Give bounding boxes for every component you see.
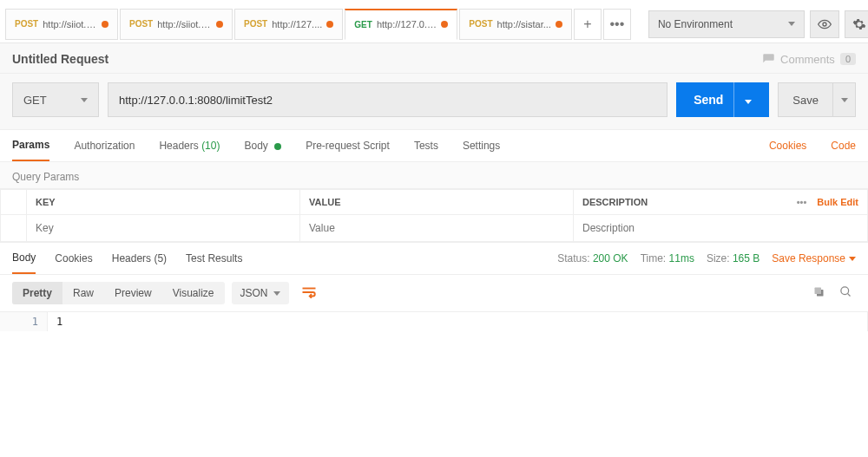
view-visualize[interactable]: Visualize — [162, 282, 225, 304]
svg-rect-3 — [815, 288, 822, 295]
tab-body[interactable]: Body — [244, 140, 281, 160]
environment-preview-button[interactable] — [810, 10, 839, 38]
copy-icon — [812, 285, 825, 298]
save-group: Save — [778, 82, 856, 117]
request-tab-active[interactable]: GET http://127.0.0... — [345, 9, 457, 40]
new-tab-button[interactable]: + — [574, 9, 602, 40]
format-select[interactable]: JSON — [232, 282, 289, 304]
chevron-down-icon — [273, 291, 280, 296]
tab-method: POST — [15, 19, 38, 29]
code-link[interactable]: Code — [831, 140, 856, 160]
tab-settings[interactable]: Settings — [463, 140, 500, 160]
table-row — [1, 215, 868, 242]
line-number: 1 — [0, 312, 48, 331]
tab-method: POST — [469, 19, 492, 29]
time-meta: Time: 11ms — [641, 252, 694, 264]
unsaved-dot-icon — [102, 21, 108, 28]
method-select[interactable]: GET — [12, 82, 99, 117]
view-raw[interactable]: Raw — [62, 282, 104, 304]
request-tab[interactable]: POST http://sistar... — [459, 9, 572, 40]
unsaved-dot-icon — [216, 21, 223, 28]
tab-url: http://127.0.0... — [377, 19, 437, 29]
resp-tab-tests[interactable]: Test Results — [186, 244, 242, 273]
tab-params[interactable]: Params — [12, 139, 49, 161]
col-value: VALUE — [300, 190, 574, 215]
tab-authorization[interactable]: Authorization — [74, 140, 135, 160]
col-description-label: DESCRIPTION — [582, 197, 648, 207]
save-button[interactable]: Save — [778, 82, 833, 117]
url-input[interactable] — [108, 82, 667, 117]
request-tab[interactable]: POST http://siiot.e... — [5, 9, 118, 40]
chevron-down-icon — [849, 257, 856, 261]
tab-tests[interactable]: Tests — [414, 140, 438, 160]
status-meta: Status: 200 OK — [557, 252, 628, 264]
query-params-table: KEY VALUE DESCRIPTION ••• Bulk Edit — [0, 189, 868, 242]
tab-url: http://127.... — [272, 19, 322, 29]
tab-method: POST — [129, 19, 153, 29]
unsaved-dot-icon — [441, 21, 448, 28]
description-input[interactable] — [582, 222, 858, 234]
search-icon — [839, 285, 852, 298]
response-toolbar: Pretty Raw Preview Visualize JSON — [0, 275, 868, 312]
environment-selected: No Environment — [658, 18, 733, 30]
query-params-heading: Query Params — [0, 162, 868, 189]
svg-point-4 — [841, 287, 849, 295]
tab-strip: POST http://siiot.e... POST http://siiot… — [5, 5, 631, 42]
tab-headers-label: Headers — [159, 140, 198, 152]
tab-url: http://sistar... — [497, 19, 551, 29]
tab-headers-count: (10) — [201, 140, 220, 152]
tab-body-label: Body — [244, 140, 267, 152]
view-pretty[interactable]: Pretty — [12, 282, 62, 304]
tab-overflow-button[interactable]: ••• — [603, 9, 631, 40]
send-label: Send — [694, 93, 723, 107]
request-tab[interactable]: POST http://127.... — [234, 9, 343, 40]
tab-method: GET — [354, 20, 372, 29]
tab-prerequest[interactable]: Pre-request Script — [306, 140, 390, 160]
key-input[interactable] — [36, 222, 291, 234]
resp-tab-cookies[interactable]: Cookies — [55, 244, 92, 273]
resp-tab-headers-count: (5) — [154, 252, 167, 264]
environment-select[interactable]: No Environment — [648, 10, 805, 38]
chevron-down-icon — [788, 22, 795, 26]
body-dot-icon — [274, 143, 281, 150]
save-dropdown[interactable] — [833, 82, 856, 117]
resp-tab-headers[interactable]: Headers (5) — [112, 244, 167, 273]
eye-icon — [818, 17, 832, 31]
save-response-label: Save Response — [772, 252, 845, 264]
format-label: JSON — [240, 287, 268, 299]
request-title: Untitled Request — [12, 52, 108, 66]
wrap-lines-button[interactable] — [296, 283, 322, 304]
resp-tab-body[interactable]: Body — [12, 243, 36, 274]
more-icon[interactable]: ••• — [797, 197, 807, 207]
request-tab[interactable]: POST http://siiot.e... — [120, 9, 233, 40]
request-bar: GET Send Save — [0, 74, 868, 130]
response-body: 1 1 — [0, 312, 868, 331]
save-response-button[interactable]: Save Response — [772, 252, 856, 264]
tab-method: POST — [244, 19, 267, 29]
bulk-edit-link[interactable]: Bulk Edit — [817, 197, 858, 207]
cookies-link[interactable]: Cookies — [769, 140, 806, 160]
send-button[interactable]: Send — [676, 82, 769, 117]
chevron-down-icon — [81, 98, 88, 102]
unsaved-dot-icon — [556, 21, 562, 28]
tab-headers[interactable]: Headers (10) — [159, 140, 220, 160]
copy-button[interactable] — [809, 282, 829, 304]
response-content[interactable]: 1 — [48, 312, 868, 331]
resp-tab-headers-label: Headers — [112, 252, 151, 264]
chevron-down-icon — [745, 100, 752, 104]
view-preview[interactable]: Preview — [104, 282, 162, 304]
tab-url: http://siiot.e... — [43, 19, 97, 29]
comment-icon — [762, 53, 775, 66]
svg-line-5 — [847, 293, 850, 296]
size-value: 165 B — [733, 252, 760, 264]
unsaved-dot-icon — [326, 21, 333, 28]
gear-icon — [852, 17, 866, 31]
environment-area: No Environment — [648, 10, 868, 38]
environment-settings-button[interactable] — [845, 10, 868, 38]
comments-button[interactable]: Comments 0 — [762, 53, 856, 66]
value-input[interactable] — [309, 222, 564, 234]
search-button[interactable] — [836, 282, 856, 304]
time-value: 11ms — [669, 252, 694, 264]
send-caret[interactable] — [733, 82, 752, 117]
wrap-icon — [301, 286, 317, 298]
